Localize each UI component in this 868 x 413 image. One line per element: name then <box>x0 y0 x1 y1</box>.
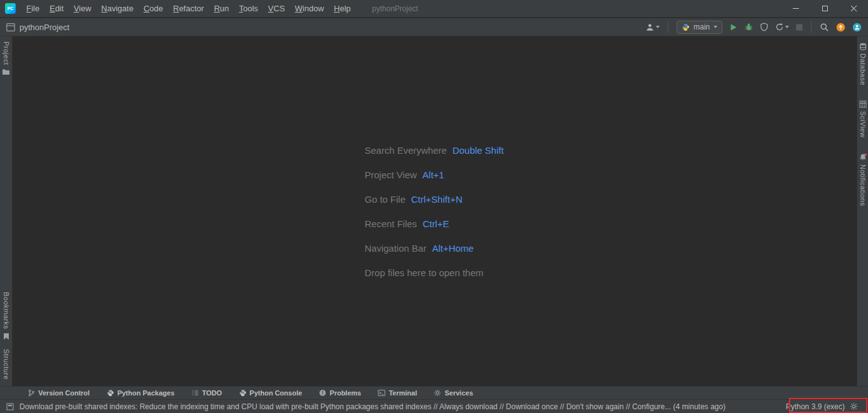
run-configuration-selector[interactable]: main <box>677 21 722 34</box>
run-button[interactable] <box>729 23 737 31</box>
tool-window-label: TODO <box>202 389 222 397</box>
git-branch-icon <box>28 389 35 397</box>
statusbar: Download pre-built shared indexes: Reduc… <box>0 399 868 413</box>
close-button[interactable] <box>839 0 868 18</box>
tool-window-button-project[interactable]: Project <box>2 41 10 75</box>
tool-window-button-python-console[interactable]: Python Console <box>239 389 303 397</box>
collaboration-dropdown[interactable] <box>645 23 660 32</box>
services-gear-icon <box>434 389 441 397</box>
search-everywhere-button[interactable] <box>820 23 829 32</box>
run-configuration-name: main <box>694 23 710 31</box>
tool-window-label: Services <box>444 389 473 397</box>
update-icon <box>836 23 845 32</box>
tool-window-button-python-packages[interactable]: Python Packages <box>107 389 174 397</box>
update-available-button[interactable] <box>836 23 845 32</box>
hint-row: Search EverywhereDouble Shift <box>365 144 504 157</box>
search-icon <box>820 23 829 32</box>
database-icon <box>859 43 867 50</box>
tool-window-button-structure[interactable]: Structure <box>3 349 10 380</box>
bug-icon <box>744 23 753 31</box>
tool-window-button-terminal[interactable]: Terminal <box>378 389 417 397</box>
hint-row: Project ViewAlt+1 <box>365 169 504 181</box>
structure-stripe-label: Structure <box>3 349 10 380</box>
terminal-icon <box>378 389 385 397</box>
maximize-button[interactable] <box>810 0 839 18</box>
run-with-coverage-button[interactable] <box>760 23 768 31</box>
tool-window-button-bookmarks[interactable]: Bookmarks <box>3 292 10 340</box>
coverage-shield-icon <box>760 23 768 31</box>
hint-shortcut: Ctrl+E <box>422 218 449 229</box>
code-with-me-button[interactable] <box>852 23 862 32</box>
right-tool-window-stripe: Database SciView Notifications <box>857 36 868 399</box>
problems-icon <box>319 389 326 397</box>
menu-run[interactable]: Run <box>209 0 234 17</box>
run-icon <box>729 23 737 31</box>
hint-row: Recent FilesCtrl+E <box>365 218 504 230</box>
pycharm-logo-icon: PC <box>5 3 16 14</box>
menu-help[interactable]: Help <box>329 0 356 17</box>
tool-window-button-sciview[interactable]: SciView <box>859 100 867 137</box>
menu-view[interactable]: View <box>68 0 96 17</box>
hint-row: Navigation BarAlt+Home <box>365 242 504 255</box>
tool-window-label: Python Console <box>250 389 303 397</box>
chevron-down-icon <box>714 26 717 28</box>
tool-window-button-notifications[interactable]: Notifications <box>859 153 867 206</box>
user-icon <box>645 23 655 32</box>
breadcrumb-project-name[interactable]: pythonProject <box>19 23 70 32</box>
main-toolbar: pythonProject main <box>0 18 868 36</box>
tool-window-label: Problems <box>330 389 361 397</box>
profiler-button[interactable] <box>775 23 789 31</box>
debug-button[interactable] <box>744 23 753 31</box>
sciview-icon <box>859 100 867 108</box>
statusbar-right: Python 3.9 (exec) <box>786 402 858 411</box>
navigation-bar[interactable]: pythonProject <box>6 23 70 32</box>
hint-label: Drop files here to open them <box>365 267 483 278</box>
window-title: pythonProject <box>372 4 418 13</box>
chevron-down-icon <box>656 26 660 28</box>
hint-shortcut: Double Shift <box>453 145 504 156</box>
project-stripe-label: Project <box>3 41 10 65</box>
hint-row: Drop files here to open them <box>365 267 504 279</box>
menubar: File Edit View Navigate Code Refactor Ru… <box>21 0 356 17</box>
toolbar-separator <box>811 21 812 33</box>
bookmark-icon <box>3 333 9 340</box>
python-file-icon <box>682 23 690 31</box>
notifications-stripe-label: Notifications <box>859 164 867 206</box>
menu-tools[interactable]: Tools <box>234 0 263 17</box>
database-stripe-label: Database <box>859 53 867 85</box>
python-icon <box>107 389 114 397</box>
tool-window-label: Version Control <box>38 389 90 397</box>
toolbar-actions: main <box>645 21 862 34</box>
menu-refactor[interactable]: Refactor <box>168 0 209 17</box>
tool-window-label: Terminal <box>388 389 417 397</box>
hint-label: Project View <box>365 169 417 180</box>
tool-window-button-problems[interactable]: Problems <box>319 389 361 397</box>
folder-icon <box>2 68 10 75</box>
tool-window-button-version-control[interactable]: Version Control <box>28 389 90 397</box>
maximize-icon <box>822 6 828 11</box>
bottom-tool-window-bar: Version Control Python Packages TODO Pyt… <box>0 386 868 399</box>
status-message[interactable]: Download pre-built shared indexes: Reduc… <box>19 402 726 411</box>
tool-window-button-database[interactable]: Database <box>859 43 867 85</box>
editor-empty-state: Search EverywhereDouble Shift Project Vi… <box>365 144 504 291</box>
interpreter-settings-icon[interactable] <box>850 402 858 410</box>
python-console-icon <box>239 389 247 397</box>
menu-vcs[interactable]: VCS <box>263 0 290 17</box>
menu-edit[interactable]: Edit <box>45 0 68 17</box>
tool-window-button-todo[interactable]: TODO <box>191 389 222 397</box>
minimize-button[interactable] <box>781 0 810 18</box>
window-controls <box>781 0 868 18</box>
hint-shortcut: Alt+Home <box>432 243 473 254</box>
menu-file[interactable]: File <box>21 0 45 17</box>
interpreter-selector[interactable]: Python 3.9 (exec) <box>786 402 845 411</box>
menu-navigate[interactable]: Navigate <box>96 0 138 17</box>
tool-window-switcher-icon[interactable] <box>6 403 14 410</box>
menu-window[interactable]: Window <box>290 0 329 17</box>
hint-row: Go to FileCtrl+Shift+N <box>365 193 504 206</box>
left-tool-window-stripe: Project Bookmarks Structure <box>0 36 13 386</box>
project-window-icon <box>6 23 15 31</box>
menu-code[interactable]: Code <box>139 0 168 17</box>
code-with-me-icon <box>852 23 862 32</box>
tool-window-button-services[interactable]: Services <box>434 389 473 397</box>
toolbar-separator <box>668 21 668 33</box>
